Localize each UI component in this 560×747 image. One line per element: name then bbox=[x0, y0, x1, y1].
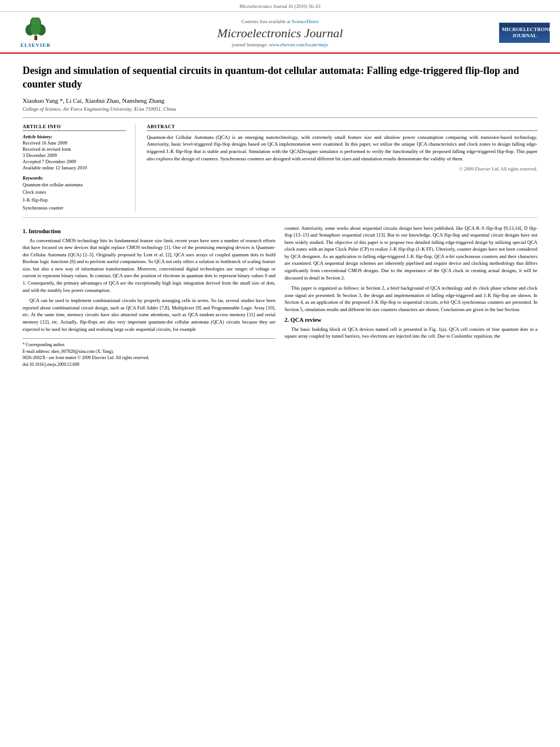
keyword-1: Quantum-dot cellular automata bbox=[23, 181, 126, 189]
keyword-2: Clock zones bbox=[23, 189, 126, 196]
elsevier-logo-area: ELSEVIER bbox=[10, 18, 61, 48]
keyword-3: J–K flip-flop bbox=[23, 196, 126, 204]
footnote-email: E-mail address: shen_007828@sina.com (X.… bbox=[23, 348, 275, 355]
copyright-line: © 2009 Elsevier Ltd. All rights reserved… bbox=[147, 166, 537, 172]
sd-prefix: Contents lists available at bbox=[242, 19, 291, 24]
footnote-area: * Corresponding author. E-mail address: … bbox=[23, 338, 275, 368]
journal-title: Microelectronics Journal bbox=[61, 26, 499, 41]
article-info-label: ARTICLE INFO bbox=[23, 124, 126, 131]
history-label: Article history: bbox=[23, 134, 126, 139]
topbar-text: Microelectronics Journal 41 (2010) 56–63 bbox=[239, 3, 321, 9]
footnote-issn: 0026-2692/$ - see front matter © 2009 El… bbox=[23, 355, 275, 361]
journal-homepage: journal homepage: www.elsevier.com/locat… bbox=[61, 42, 499, 47]
svg-rect-0 bbox=[34, 36, 37, 40]
journal-citation: Microelectronics Journal 41 (2010) 56–63 bbox=[0, 0, 560, 12]
section2-heading: 2. QCA review bbox=[285, 317, 537, 323]
body-col-left: 1. Introduction As conventional CMOS tec… bbox=[23, 225, 275, 368]
col-right-para2: This paper is organized as follows: in S… bbox=[285, 285, 537, 313]
accepted-date: Accepted 7 December 2009 bbox=[23, 159, 126, 164]
section1-heading: 1. Introduction bbox=[23, 228, 275, 234]
abstract-section: ABSTRACT Quantum-dot Cellular Automata (… bbox=[147, 124, 537, 212]
sciencedirect-link[interactable]: Contents lists available at ScienceDirec… bbox=[61, 19, 499, 24]
col-right-para1: counter. Anteriority, some works about s… bbox=[285, 225, 537, 282]
footnote-star: * Corresponding author. bbox=[23, 342, 275, 348]
journal-header-center: Contents lists available at ScienceDirec… bbox=[61, 19, 499, 47]
received-date: Received 16 June 2009 bbox=[23, 140, 126, 146]
hp-prefix: journal homepage: bbox=[232, 42, 268, 47]
main-content: Design and simulation of sequential circ… bbox=[0, 54, 560, 368]
revised-date: 3 December 2009 bbox=[23, 152, 126, 158]
sciencedirect-anchor[interactable]: ScienceDirect bbox=[292, 19, 319, 24]
keywords-label: Keywords: bbox=[23, 175, 126, 181]
article-authors: Xiaokuo Yang *, Li Cai, Xiaohui Zhao, Na… bbox=[23, 97, 537, 104]
keyword-4: Synchronous counter bbox=[23, 204, 126, 212]
elsevier-wordmark: ELSEVIER bbox=[20, 42, 51, 48]
abstract-text: Quantum-dot Cellular Automata (QCA) is a… bbox=[147, 134, 537, 163]
elsevier-logo: ELSEVIER bbox=[10, 18, 61, 48]
keywords-list: Quantum-dot cellular automata Clock zone… bbox=[23, 181, 126, 212]
info-abstract-area: ARTICLE INFO Article history: Received 1… bbox=[23, 118, 537, 218]
body-content: 1. Introduction As conventional CMOS tec… bbox=[23, 218, 537, 368]
article-info-panel: ARTICLE INFO Article history: Received 1… bbox=[23, 124, 135, 212]
badge-title: MICROELECTRONICSJOURNAL bbox=[502, 27, 547, 39]
article-title: Design and simulation of sequential circ… bbox=[23, 64, 537, 91]
abstract-label: ABSTRACT bbox=[147, 124, 537, 131]
homepage-link[interactable]: www.elsevier.com/locate/mejo bbox=[269, 42, 328, 47]
section2-para1: The basic building block of QCA devices … bbox=[285, 326, 537, 340]
body-col-right: counter. Anteriority, some works about s… bbox=[285, 225, 537, 368]
journal-header: ELSEVIER Contents lists available at Sci… bbox=[0, 12, 560, 54]
section1-para1: As conventional CMOS technology hits its… bbox=[23, 237, 275, 294]
footnote-doi: doi:10.1016/j.mejo.2009.12.008 bbox=[23, 361, 275, 368]
revised-label: Received in revised form bbox=[23, 146, 126, 152]
page: Microelectronics Journal 41 (2010) 56–63… bbox=[0, 0, 560, 747]
journal-badge: MICROELECTRONICSJOURNAL bbox=[499, 23, 550, 43]
online-date: Available online 12 January 2010 bbox=[23, 165, 126, 171]
section1-para2: QCA can be used to implement combination… bbox=[23, 297, 275, 333]
elsevier-tree-icon bbox=[20, 18, 51, 41]
badge-box: MICROELECTRONICSJOURNAL bbox=[499, 23, 550, 43]
article-affiliation: College of Science, Air Force Engineerin… bbox=[23, 106, 537, 112]
article-title-section: Design and simulation of sequential circ… bbox=[23, 54, 537, 118]
